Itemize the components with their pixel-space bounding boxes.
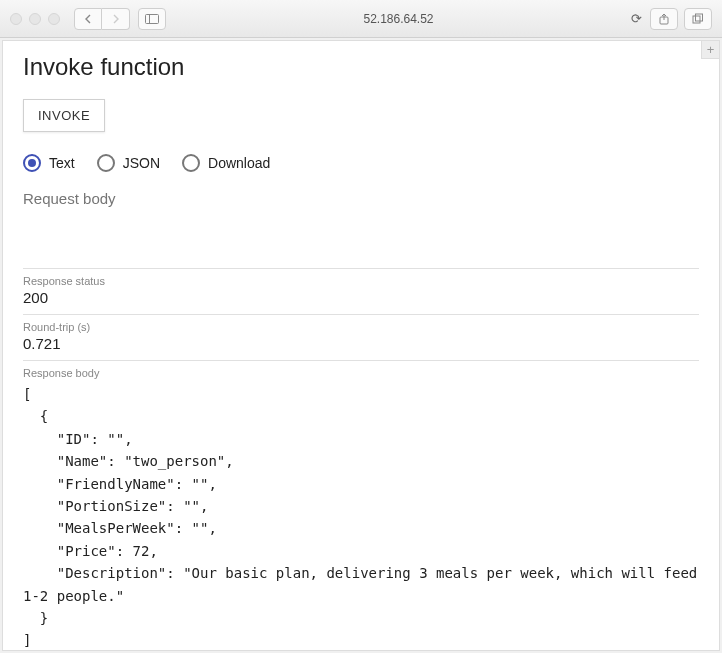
roundtrip-field: Round-trip (s) 0.721	[23, 314, 699, 360]
format-radio-group: Text JSON Download	[23, 154, 699, 172]
svg-rect-3	[693, 16, 700, 23]
back-button[interactable]	[74, 8, 102, 30]
field-label: Response body	[23, 367, 699, 379]
radio-label: Download	[208, 155, 270, 171]
nav-buttons	[74, 8, 130, 30]
radio-label: JSON	[123, 155, 160, 171]
share-button[interactable]	[650, 8, 678, 30]
reload-icon[interactable]: ⟳	[631, 11, 642, 26]
response-status-value: 200	[23, 289, 699, 306]
invoke-button[interactable]: INVOKE	[23, 99, 105, 132]
page-title: Invoke function	[23, 53, 699, 81]
sidebar-toggle-button[interactable]	[138, 8, 166, 30]
svg-rect-0	[146, 14, 159, 23]
response-body-value: [ { "ID": "", "Name": "two_person", "Fri…	[23, 383, 699, 651]
address-bar[interactable]: 52.186.64.52	[174, 12, 623, 26]
page-viewport: + Invoke function INVOKE Text JSON Downl…	[2, 40, 720, 651]
field-label: Round-trip (s)	[23, 321, 699, 333]
forward-button[interactable]	[102, 8, 130, 30]
tabs-button[interactable]	[684, 8, 712, 30]
roundtrip-value: 0.721	[23, 335, 699, 352]
radio-text[interactable]: Text	[23, 154, 75, 172]
response-body-field: Response body [ { "ID": "", "Name": "two…	[23, 360, 699, 651]
radio-icon	[23, 154, 41, 172]
maximize-window-icon[interactable]	[48, 13, 60, 25]
response-status-field: Response status 200	[23, 268, 699, 314]
svg-rect-4	[696, 14, 703, 21]
radio-icon	[97, 154, 115, 172]
radio-download[interactable]: Download	[182, 154, 270, 172]
close-window-icon[interactable]	[10, 13, 22, 25]
request-body-input[interactable]	[23, 190, 699, 264]
radio-json[interactable]: JSON	[97, 154, 160, 172]
new-tab-button[interactable]: +	[701, 41, 719, 59]
browser-toolbar: 52.186.64.52 ⟳	[0, 0, 722, 38]
minimize-window-icon[interactable]	[29, 13, 41, 25]
traffic-lights	[10, 13, 60, 25]
radio-icon	[182, 154, 200, 172]
field-label: Response status	[23, 275, 699, 287]
radio-label: Text	[49, 155, 75, 171]
toolbar-right	[650, 8, 712, 30]
page-content: Invoke function INVOKE Text JSON Downloa…	[3, 41, 719, 651]
